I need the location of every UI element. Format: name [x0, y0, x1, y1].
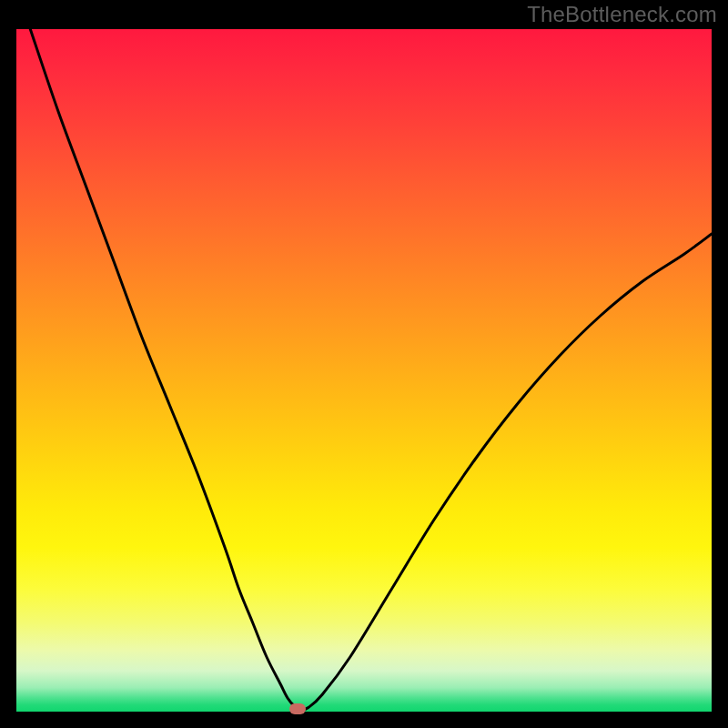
optimum-marker	[289, 703, 306, 714]
chart-container: TheBottleneck.com	[0, 0, 728, 728]
bottleneck-curve	[16, 29, 712, 712]
watermark-text: TheBottleneck.com	[527, 2, 717, 27]
